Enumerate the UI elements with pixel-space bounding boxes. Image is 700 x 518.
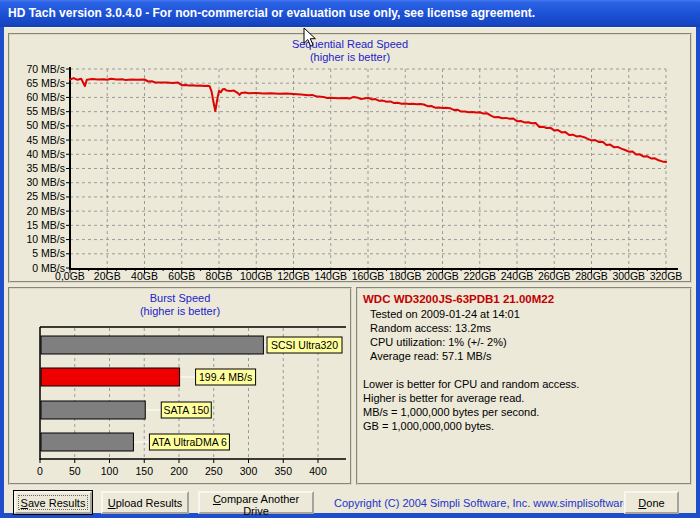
svg-text:40 MB/s: 40 MB/s xyxy=(26,148,65,160)
burst-bar xyxy=(41,433,133,451)
window-title: HD Tach version 3.0.4.0 - For non-commer… xyxy=(8,6,535,20)
burst-bar xyxy=(41,368,180,386)
burst-speed-chart: 050100150200250300350400SCSI Ultra320199… xyxy=(10,319,350,483)
info-cpu-utilization: CPU utilization: 1% (+/- 2%) xyxy=(363,335,685,349)
drive-info-panel: WDC WD3200JS-63PDB1 21.00M22 Tested on 2… xyxy=(356,287,692,485)
svg-text:20 MB/s: 20 MB/s xyxy=(26,205,65,217)
save-results-button[interactable]: Save Results xyxy=(14,491,92,514)
note-mbs-definition: MB/s = 1,000,000 bytes per second. xyxy=(363,405,685,419)
svg-text:25 MB/s: 25 MB/s xyxy=(26,190,65,202)
svg-text:70 MB/s: 70 MB/s xyxy=(26,65,65,75)
title-bar[interactable]: HD Tach version 3.0.4.0 - For non-commer… xyxy=(0,0,700,27)
info-random-access: Random access: 13.2ms xyxy=(363,321,685,335)
upload-results-button[interactable]: Upload Results xyxy=(101,491,189,514)
svg-text:30 MB/s: 30 MB/s xyxy=(26,176,65,188)
svg-text:65 MB/s: 65 MB/s xyxy=(26,77,65,89)
svg-text:250: 250 xyxy=(205,465,223,477)
svg-text:40GB: 40GB xyxy=(131,270,158,281)
burst-chart-title: Burst Speed xyxy=(10,292,350,305)
sequential-read-panel: Sequential Read Speed (higher is better)… xyxy=(8,33,692,283)
svg-text:20GB: 20GB xyxy=(94,270,121,281)
svg-text:160GB: 160GB xyxy=(352,270,385,281)
bar-label-text: SATA 150 xyxy=(163,404,209,416)
burst-chart-subtitle: (higher is better) xyxy=(10,305,350,318)
info-tested-on: Tested on 2009-01-24 at 14:01 xyxy=(363,307,685,321)
svg-text:350: 350 xyxy=(274,465,292,477)
svg-text:35 MB/s: 35 MB/s xyxy=(26,162,65,174)
svg-text:280GB: 280GB xyxy=(575,270,608,281)
svg-text:120GB: 120GB xyxy=(277,270,310,281)
svg-text:0: 0 xyxy=(37,465,43,477)
svg-text:100GB: 100GB xyxy=(240,270,273,281)
bar-label-text: 199.4 MB/s xyxy=(199,371,252,383)
sequential-chart-subtitle: (higher is better) xyxy=(10,51,690,64)
svg-text:60 MB/s: 60 MB/s xyxy=(26,91,65,103)
burst-bar xyxy=(41,401,145,419)
note-higher-better: Higher is better for average read. xyxy=(363,391,685,405)
svg-text:300GB: 300GB xyxy=(612,270,645,281)
svg-text:140GB: 140GB xyxy=(314,270,347,281)
svg-text:5 MB/s: 5 MB/s xyxy=(32,247,65,259)
svg-text:15 MB/s: 15 MB/s xyxy=(26,219,65,231)
svg-text:60GB: 60GB xyxy=(168,270,195,281)
note-lower-better: Lower is better for CPU and random acces… xyxy=(363,377,685,391)
drive-name: WDC WD3200JS-63PDB1 21.00M22 xyxy=(363,292,685,307)
svg-text:150: 150 xyxy=(135,465,153,477)
svg-text:200GB: 200GB xyxy=(426,270,459,281)
svg-text:10 MB/s: 10 MB/s xyxy=(26,233,65,245)
client-area: Sequential Read Speed (higher is better)… xyxy=(4,27,696,513)
svg-text:300: 300 xyxy=(240,465,258,477)
svg-text:50 MB/s: 50 MB/s xyxy=(26,119,65,131)
sequential-chart-title: Sequential Read Speed xyxy=(10,38,690,51)
sequential-read-plot: 0 MB/s5 MB/s10 MB/s15 MB/s20 MB/s25 MB/s… xyxy=(10,65,690,281)
compare-another-drive-button[interactable]: Compare Another Drive xyxy=(198,491,314,514)
svg-text:240GB: 240GB xyxy=(501,270,534,281)
svg-text:80GB: 80GB xyxy=(206,270,233,281)
done-button[interactable]: Done xyxy=(624,491,679,514)
svg-text:260GB: 260GB xyxy=(538,270,571,281)
svg-text:220GB: 220GB xyxy=(463,270,496,281)
mouse-cursor-icon xyxy=(303,27,317,48)
burst-speed-plot: 050100150200250300350400SCSI Ultra320199… xyxy=(10,319,350,481)
svg-text:180GB: 180GB xyxy=(389,270,422,281)
burst-speed-panel: Burst Speed (higher is better) 050100150… xyxy=(8,287,352,485)
svg-text:55 MB/s: 55 MB/s xyxy=(26,105,65,117)
svg-text:45 MB/s: 45 MB/s xyxy=(26,134,65,146)
burst-bar xyxy=(41,336,263,354)
bar-label-text: ATA UltraDMA 6 xyxy=(152,436,227,448)
copyright-text: Copyright (C) 2004 Simpli Software, Inc.… xyxy=(334,492,624,515)
svg-text:200: 200 xyxy=(170,465,188,477)
info-spacer xyxy=(363,363,685,377)
sequential-read-chart: 0 MB/s5 MB/s10 MB/s15 MB/s20 MB/s25 MB/s… xyxy=(10,65,690,281)
svg-text:320GB: 320GB xyxy=(650,270,683,281)
svg-text:400: 400 xyxy=(309,465,327,477)
bar-label-text: SCSI Ultra320 xyxy=(271,339,338,351)
app-window: HD Tach version 3.0.4.0 - For non-commer… xyxy=(0,0,700,518)
svg-text:0,0GB: 0,0GB xyxy=(55,270,85,281)
svg-text:50: 50 xyxy=(69,465,81,477)
info-average-read: Average read: 57.1 MB/s xyxy=(363,349,685,363)
svg-text:100: 100 xyxy=(101,465,119,477)
note-gb-definition: GB = 1,000,000,000 bytes. xyxy=(363,419,685,433)
